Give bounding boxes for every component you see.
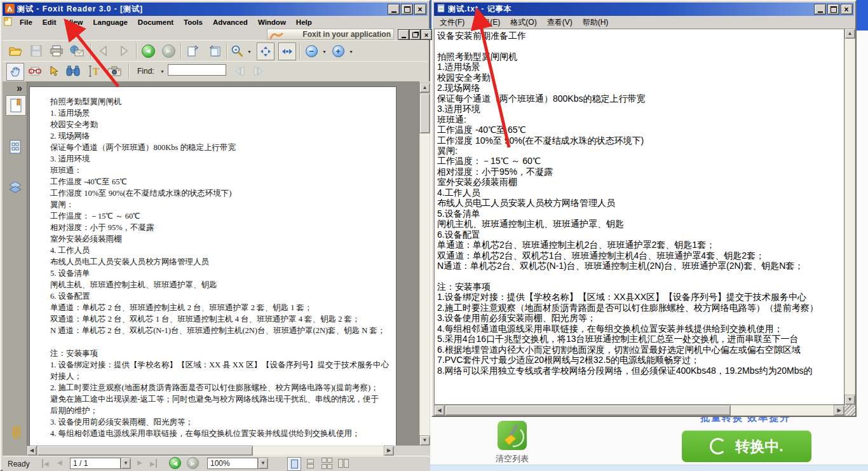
- back-button[interactable]: [95, 43, 112, 59]
- menu-tools[interactable]: Tools: [179, 18, 208, 26]
- notepad-close-button[interactable]: ×: [841, 4, 853, 15]
- insert-page-button[interactable]: [185, 43, 201, 59]
- save-button[interactable]: [28, 43, 44, 59]
- snapshot-button[interactable]: [106, 63, 123, 79]
- open-icon: [9, 45, 23, 57]
- svg-text:T: T: [93, 66, 100, 77]
- menu-advanced[interactable]: Advanced: [208, 18, 253, 26]
- next-view-button[interactable]: [187, 457, 199, 469]
- menu-help[interactable]: Help: [291, 18, 317, 26]
- notepad-titlebar[interactable]: 测试.txt - 记事本 ×: [434, 3, 854, 16]
- mdi-close-button[interactable]: ×: [421, 29, 432, 40]
- find-options-dropdown[interactable]: [160, 69, 165, 74]
- previous-page-button[interactable]: [57, 459, 62, 466]
- menu-file[interactable]: File: [15, 18, 37, 26]
- notepad-text-area[interactable]: 设备安装前期准备工作 拍照考勤型翼闸闸机 1.适用场景 校园安全考勤 2.现场网…: [434, 29, 844, 405]
- open-button[interactable]: [8, 43, 24, 59]
- email-button[interactable]: [69, 43, 85, 59]
- mdi-minimize-button[interactable]: [398, 29, 409, 40]
- select-annotation-button[interactable]: [46, 63, 62, 79]
- vscroll-thumb[interactable]: [419, 93, 430, 133]
- find-previous-button[interactable]: [231, 63, 248, 79]
- search-button[interactable]: [65, 63, 81, 79]
- document-icon: [4, 17, 12, 27]
- scroll-left-button[interactable]: [27, 446, 37, 456]
- zoom-combo[interactable]: 100%: [207, 458, 258, 469]
- scroll-right-button[interactable]: [384, 446, 394, 456]
- bookmarks-panel-button[interactable]: [6, 95, 26, 116]
- foxit-toolbar-tools: T Find:: [3, 61, 428, 82]
- print-button[interactable]: [48, 43, 65, 59]
- text-select-button[interactable]: T: [86, 63, 102, 79]
- mdi-restore-button[interactable]: [409, 29, 421, 40]
- layers-panel-button[interactable]: [6, 178, 25, 197]
- scroll-up-button[interactable]: [844, 29, 855, 39]
- convert-button[interactable]: 转换中.: [682, 430, 811, 462]
- foxit-titlebar[interactable]: 测试 - Foxit Reader 3.0 - [测试] ×: [3, 3, 428, 16]
- facing-layout-button[interactable]: [320, 457, 333, 470]
- menu-view[interactable]: 查看(V): [542, 17, 578, 28]
- page-extract-icon: [208, 44, 222, 57]
- forward-button[interactable]: [116, 43, 132, 59]
- clear-list-button[interactable]: 清空列表: [496, 421, 528, 464]
- hscroll-thumb[interactable]: [37, 446, 253, 456]
- single-page-layout-button[interactable]: [287, 457, 301, 471]
- menu-format[interactable]: 格式(O): [505, 17, 541, 28]
- menu-edit[interactable]: 编辑(E): [470, 17, 505, 28]
- expand-panel-icon[interactable]: »: [17, 83, 22, 94]
- menu-file[interactable]: 文件(F): [435, 17, 470, 28]
- menu-view[interactable]: View: [62, 18, 88, 26]
- foxit-banner[interactable]: Foxit in your application: [267, 29, 394, 40]
- zoom-combo-dropdown[interactable]: [258, 458, 268, 469]
- page-number-value: 1 / 1: [73, 459, 118, 468]
- attachments-panel-button[interactable]: [6, 422, 25, 441]
- foxit-minimize-button[interactable]: [388, 4, 400, 15]
- extract-page-button[interactable]: [207, 43, 223, 59]
- foxit-app-icon: [5, 4, 15, 15]
- previous-view-button[interactable]: [169, 457, 181, 469]
- fit-page-button[interactable]: [257, 43, 275, 60]
- foxit-close-button[interactable]: ×: [414, 4, 426, 15]
- pdf-page[interactable]: 拍照考勤型翼闸闸机 1. 适用场景 校园安全考勤 2. 现场网络 保证每个通道（…: [29, 86, 397, 457]
- zoom-in-dropdown[interactable]: [349, 50, 353, 54]
- zoom-out-dropdown[interactable]: [322, 50, 327, 54]
- resize-grip[interactable]: [844, 405, 855, 416]
- menu-document[interactable]: Document: [133, 18, 179, 26]
- last-page-icon: [150, 460, 155, 467]
- menu-help[interactable]: 帮助(H): [578, 17, 614, 28]
- foxit-maximize-button[interactable]: [401, 4, 413, 15]
- previous-view-button[interactable]: [140, 43, 156, 59]
- zoom-in-button[interactable]: +: [330, 43, 346, 59]
- zoom-out-button[interactable]: −: [303, 43, 320, 59]
- next-view-button[interactable]: [160, 43, 177, 59]
- hand-tool-button[interactable]: [6, 63, 24, 81]
- notepad-vscrollbar[interactable]: [844, 29, 855, 405]
- next-page-button[interactable]: [137, 459, 142, 466]
- scroll-down-button[interactable]: [844, 395, 855, 405]
- zoom-tool-button[interactable]: +: [229, 43, 245, 59]
- notepad-maximize-button[interactable]: [827, 4, 839, 15]
- menu-edit[interactable]: Edit: [37, 18, 62, 26]
- continuous-layout-button[interactable]: [304, 457, 316, 470]
- find-next-button[interactable]: [250, 63, 267, 79]
- banner-text: Foxit in your application: [302, 30, 391, 39]
- page-number-combo[interactable]: 1 / 1: [70, 458, 121, 469]
- find-input[interactable]: [168, 64, 226, 76]
- scroll-up-button[interactable]: [419, 83, 430, 93]
- scroll-down-button[interactable]: [419, 435, 430, 446]
- last-page-button[interactable]: [150, 459, 157, 468]
- menu-language[interactable]: Language: [88, 18, 133, 26]
- zoom-tool-dropdown[interactable]: [247, 50, 252, 54]
- first-page-button[interactable]: [42, 459, 49, 468]
- foxit-vscrollbar[interactable]: [419, 81, 430, 446]
- scroll-right-button[interactable]: [834, 405, 844, 416]
- pages-panel-button[interactable]: [6, 137, 25, 156]
- fit-width-button[interactable]: [278, 43, 296, 60]
- continuous-facing-layout-button[interactable]: [337, 457, 349, 470]
- menu-window[interactable]: Window: [253, 18, 291, 26]
- scroll-left-button[interactable]: [434, 405, 445, 416]
- notepad-minimize-button[interactable]: [814, 4, 826, 15]
- hscroll-thumb[interactable]: [445, 405, 731, 416]
- page-combo-dropdown[interactable]: [121, 458, 131, 469]
- reflow-tool-button[interactable]: [27, 63, 43, 79]
